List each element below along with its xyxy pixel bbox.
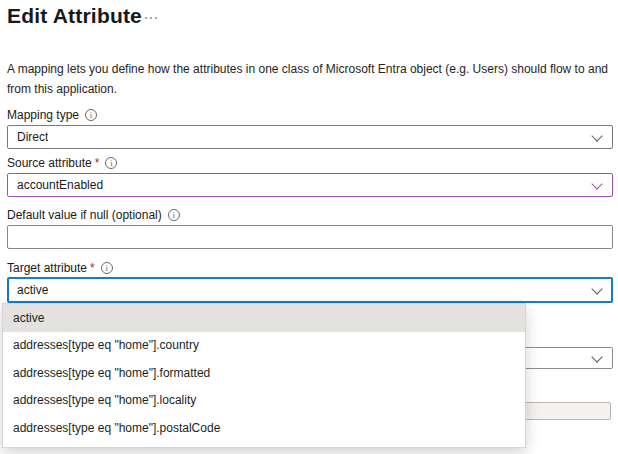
required-asterisk: * [90,261,95,275]
mapping-type-dropdown[interactable]: Direct [7,125,613,149]
mapping-type-value: Direct [17,130,48,144]
listbox-option-active[interactable]: active [3,304,525,332]
target-attribute-listbox: active addresses[type eq "home"].country… [2,303,526,448]
panel-description: A mapping lets you define how the attrib… [7,59,608,99]
chevron-down-icon [591,131,603,143]
source-attribute-dropdown[interactable]: accountEnabled [7,173,613,197]
more-options-icon[interactable] [144,12,162,24]
target-attribute-combobox[interactable]: active [7,277,613,303]
target-attribute-label-row: Target attribute * [7,260,113,275]
default-value-label: Default value if null (optional) [7,208,162,222]
info-icon[interactable] [101,262,113,274]
target-attribute-value: active [17,283,48,297]
target-attribute-label: Target attribute [7,261,87,275]
info-icon[interactable] [105,157,117,169]
chevron-down-icon [591,352,603,364]
source-attribute-value: accountEnabled [17,178,103,192]
chevron-down-icon [591,284,603,296]
info-icon[interactable] [85,109,97,121]
edit-attribute-panel: Edit Attribute A mapping lets you define… [0,0,618,454]
default-value-input[interactable] [17,230,603,244]
listbox-option[interactable]: addresses[type eq "home"].country [3,332,525,360]
mapping-type-label-row: Mapping type [7,107,97,122]
mapping-type-label: Mapping type [7,108,79,122]
chevron-down-icon [591,179,603,191]
source-attribute-label-row: Source attribute * [7,155,117,170]
listbox-option[interactable]: addresses[type eq "home"].formatted [3,359,525,387]
listbox-option[interactable]: addresses[type eq "home"].locality [3,387,525,415]
page-title: Edit Attribute [7,4,142,28]
default-value-field-wrap [7,225,613,249]
source-attribute-label: Source attribute [7,156,92,170]
required-asterisk: * [95,156,100,170]
listbox-option[interactable]: addresses[type eq "home"].postalCode [3,414,525,442]
default-value-label-row: Default value if null (optional) [7,207,180,222]
info-icon[interactable] [168,209,180,221]
